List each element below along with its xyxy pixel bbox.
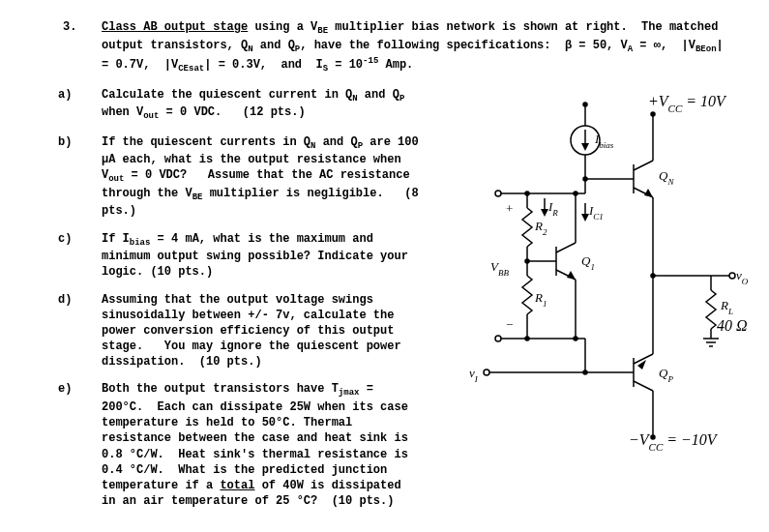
label-rl: RL	[720, 298, 733, 316]
part-d-text: Assuming that the output voltage swings …	[102, 292, 421, 370]
part-b-text: If the quiescent currents in QN and QP a…	[102, 134, 421, 220]
part-e-text: Both the output transistors have Tjmax =…	[102, 381, 421, 509]
problem-number: 3.	[63, 19, 76, 35]
label-ic1: IC1	[588, 203, 604, 222]
label-ir: IR	[547, 199, 558, 218]
label-r1: R1	[534, 290, 547, 309]
label-minus: −	[506, 317, 513, 332]
svg-point-29	[651, 435, 655, 439]
svg-marker-57	[541, 209, 548, 217]
svg-point-13	[651, 112, 655, 116]
part-a-label: a)	[58, 87, 102, 123]
svg-point-43	[525, 337, 529, 340]
label-vcc-minus: −VCC = −10V	[629, 431, 719, 453]
part-c-text: If Ibias = 4 mA, what is the maximum and…	[102, 231, 421, 281]
svg-marker-4	[581, 143, 589, 151]
svg-point-1	[583, 103, 587, 106]
part-e-label: e)	[58, 381, 102, 509]
part-a-text: Calculate the quiescent current in QN an…	[102, 87, 421, 123]
label-plus: +	[506, 201, 513, 216]
label-rl-value: 40 Ω	[717, 317, 748, 334]
label-vo: vO	[736, 268, 749, 286]
svg-point-17	[729, 273, 735, 279]
label-vbb: VBB	[490, 259, 509, 278]
label-qn: QN	[659, 168, 674, 187]
svg-point-50	[574, 192, 577, 195]
svg-line-46	[556, 243, 576, 252]
svg-line-9	[634, 161, 653, 170]
svg-point-40	[525, 192, 529, 195]
svg-marker-59	[581, 214, 589, 222]
part-c-label: c)	[58, 231, 102, 281]
svg-point-55	[484, 369, 489, 375]
problem-header: Class AB output stage using a VBE multip…	[102, 19, 740, 75]
label-r2: R2	[534, 219, 547, 237]
label-vi: vI	[469, 366, 479, 384]
label-vcc-plus: +VCC = 10V	[648, 93, 727, 114]
svg-line-27	[634, 381, 653, 391]
label-q1: Q1	[581, 253, 595, 272]
part-b-label: b)	[58, 134, 102, 220]
svg-point-52	[574, 337, 577, 340]
label-qp: QP	[659, 366, 673, 384]
svg-point-41	[495, 191, 501, 196]
part-d-label: d)	[58, 292, 102, 370]
label-ibias: Ibias	[594, 132, 614, 150]
circuit-diagram: Ibias QN QP Q1 R2 R1 RL VBB IR IC1 vI vO…	[430, 87, 750, 474]
svg-point-44	[495, 336, 501, 341]
